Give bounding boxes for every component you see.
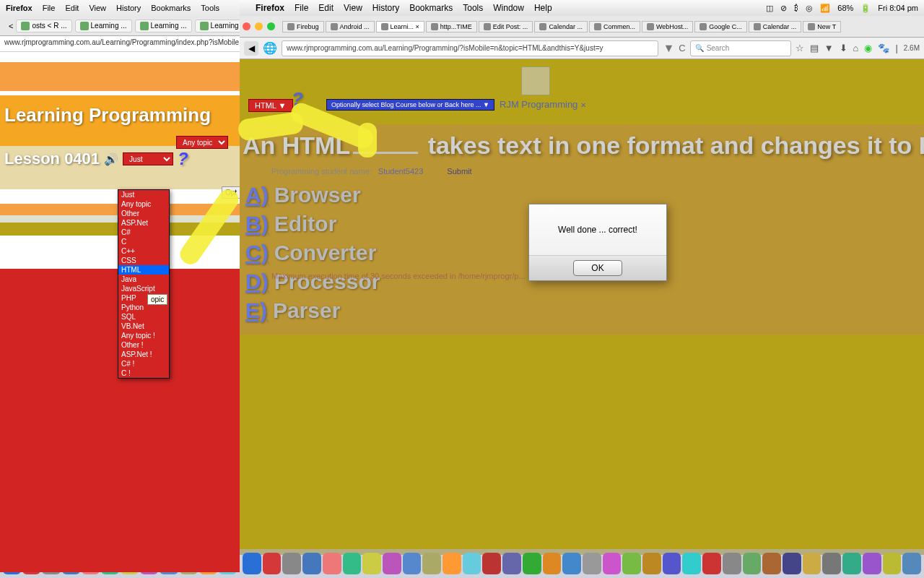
dropdown-item[interactable]: ASP.Net ! bbox=[118, 350, 169, 359]
menu-bookmarks[interactable]: Bookmarks bbox=[409, 3, 453, 13]
menu-help[interactable]: Help bbox=[534, 3, 552, 13]
dropdown-item[interactable]: CSS bbox=[118, 256, 169, 265]
rjm-link[interactable]: RJM Programming ✕ bbox=[500, 99, 586, 110]
right-dock[interactable] bbox=[240, 549, 924, 578]
browser-tab[interactable]: Learni... × bbox=[376, 21, 424, 33]
dropdown-item[interactable]: C# ! bbox=[118, 359, 169, 368]
dropdown-item[interactable]: Any topic bbox=[118, 199, 169, 209]
maximize-icon[interactable] bbox=[267, 22, 275, 30]
dock-app-icon[interactable] bbox=[583, 553, 601, 574]
battery-icon[interactable]: 🔋 bbox=[860, 4, 871, 13]
left-tab-2[interactable]: Learning ... bbox=[135, 20, 192, 33]
star-icon[interactable]: ☆ bbox=[796, 43, 804, 53]
wifi-icon[interactable]: 📶 bbox=[820, 4, 830, 13]
download-icon[interactable]: ⬇ bbox=[840, 43, 847, 53]
dropdown-item[interactable]: HTML bbox=[118, 265, 169, 275]
menu-file[interactable]: File bbox=[43, 4, 56, 12]
dock-app-icon[interactable] bbox=[902, 553, 921, 574]
dropdown-item[interactable]: ASP.Net bbox=[118, 218, 169, 228]
dock-app-icon[interactable] bbox=[403, 553, 422, 574]
dropdown-item[interactable]: Just bbox=[118, 190, 169, 199]
window-controls[interactable] bbox=[243, 22, 275, 30]
topic-dropdown-open[interactable]: JustAny topicOtherASP.NetC#CC++CSSHTMLJa… bbox=[118, 189, 170, 379]
tab-nav-left[interactable]: < bbox=[4, 22, 13, 30]
dropdown-item[interactable]: C# bbox=[118, 228, 169, 237]
dock-app-icon[interactable] bbox=[562, 553, 581, 574]
pocket-icon[interactable]: ▼ bbox=[824, 43, 834, 53]
left-url-bar[interactable]: www.rjmprogramming.com.au/Learning/Progr… bbox=[0, 36, 240, 52]
browser-tab[interactable]: Calendar ... bbox=[534, 21, 588, 33]
left-tab-0[interactable]: osts < R ... bbox=[16, 20, 71, 33]
menu-firefox[interactable]: Firefox bbox=[6, 4, 32, 12]
extension-icon[interactable]: 🐾 bbox=[878, 43, 889, 53]
dropdown-item[interactable]: C++ bbox=[118, 246, 169, 256]
menu-file[interactable]: File bbox=[295, 3, 308, 13]
dock-app-icon[interactable] bbox=[543, 553, 562, 574]
answer-option[interactable]: E)Parser bbox=[245, 298, 921, 323]
menu-history[interactable]: History bbox=[116, 4, 141, 12]
menu-edit[interactable]: Edit bbox=[65, 4, 79, 12]
reload-button[interactable]: C bbox=[679, 43, 685, 53]
menu-tools[interactable]: Tools bbox=[463, 3, 483, 13]
dock-app-icon[interactable] bbox=[622, 553, 641, 574]
menu-view[interactable]: View bbox=[89, 4, 106, 12]
dock-app-icon[interactable] bbox=[362, 553, 381, 574]
dropdown-item[interactable]: Java bbox=[118, 275, 169, 284]
submit-button[interactable]: Submit bbox=[447, 167, 471, 176]
dock-app-icon[interactable] bbox=[803, 553, 821, 574]
dock-app-icon[interactable] bbox=[343, 553, 362, 574]
menu-tools[interactable]: Tools bbox=[201, 4, 219, 12]
dropdown-item[interactable]: SQL bbox=[118, 312, 169, 322]
dock-app-icon[interactable] bbox=[243, 553, 261, 574]
dock-app-icon[interactable] bbox=[642, 553, 661, 574]
dock-app-icon[interactable] bbox=[463, 553, 481, 574]
menu-window[interactable]: Window bbox=[493, 3, 524, 13]
dock-app-icon[interactable] bbox=[663, 553, 681, 574]
dock-app-icon[interactable] bbox=[523, 553, 541, 574]
menu-view[interactable]: View bbox=[344, 3, 362, 13]
reader-icon[interactable]: ▤ bbox=[810, 43, 819, 53]
just-select[interactable]: Just bbox=[123, 152, 173, 165]
dock-app-icon[interactable] bbox=[702, 553, 721, 574]
ok-button[interactable]: OK bbox=[573, 260, 622, 276]
dock-app-icon[interactable] bbox=[682, 553, 701, 574]
dock-app-icon[interactable] bbox=[383, 553, 401, 574]
menu-history[interactable]: History bbox=[372, 3, 399, 13]
dock-app-icon[interactable] bbox=[842, 553, 861, 574]
back-button[interactable]: ◀ bbox=[244, 41, 258, 56]
dock-app-icon[interactable] bbox=[783, 553, 801, 574]
dropdown-item[interactable]: Any topic ! bbox=[118, 331, 169, 340]
dock-app-icon[interactable] bbox=[482, 553, 501, 574]
browser-tab[interactable]: Google C... bbox=[694, 21, 747, 33]
dropdown-item[interactable]: Other ! bbox=[118, 340, 169, 350]
menu-bookmarks[interactable]: Bookmarks bbox=[151, 4, 191, 12]
status-icon[interactable]: ⊘ bbox=[780, 4, 787, 13]
dock-app-icon[interactable] bbox=[282, 553, 301, 574]
left-tab-1[interactable]: Learning ... bbox=[75, 20, 132, 33]
dock-app-icon[interactable] bbox=[443, 553, 461, 574]
dock-app-icon[interactable] bbox=[302, 553, 321, 574]
browser-tab[interactable]: Commen... bbox=[589, 21, 640, 33]
dropdown-item[interactable]: JavaScript bbox=[118, 284, 169, 293]
browser-tab[interactable]: WebHost... bbox=[642, 21, 693, 33]
browser-tab[interactable]: Firebug bbox=[282, 21, 324, 33]
browser-tab[interactable]: Edit Post: ... bbox=[479, 21, 533, 33]
dock-app-icon[interactable] bbox=[762, 553, 781, 574]
blog-course-select[interactable]: Optionally select Blog Course below or B… bbox=[326, 99, 494, 111]
url-field[interactable]: www.rjmprogramming.com.au/Learning/Progr… bbox=[282, 40, 658, 56]
browser-tab[interactable]: Calendar ... bbox=[749, 21, 802, 33]
dock-app-icon[interactable] bbox=[822, 553, 841, 574]
any-topic-select[interactable]: Any topic bbox=[176, 136, 228, 149]
dock-app-icon[interactable] bbox=[723, 553, 741, 574]
dropdown-item[interactable]: C ! bbox=[118, 368, 169, 378]
dock-app-icon[interactable] bbox=[603, 553, 622, 574]
dock-app-icon[interactable] bbox=[263, 553, 282, 574]
dropdown-item[interactable]: Other bbox=[118, 209, 169, 218]
dock-app-icon[interactable] bbox=[422, 553, 441, 574]
browser-tab[interactable]: Android ... bbox=[326, 21, 375, 33]
dock-app-icon[interactable] bbox=[863, 553, 881, 574]
menu-edit[interactable]: Edit bbox=[318, 3, 334, 13]
browser-tab[interactable]: New T bbox=[803, 21, 841, 33]
html-topic-badge[interactable]: HTML ▼ bbox=[248, 99, 293, 112]
dropdown-item[interactable]: C bbox=[118, 237, 169, 246]
